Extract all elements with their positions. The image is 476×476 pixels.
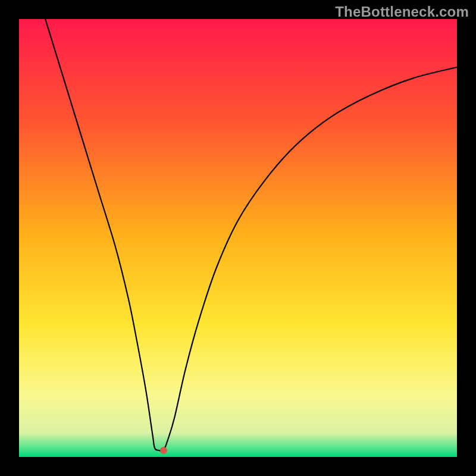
watermark-text: TheBottleneck.com	[335, 4, 469, 20]
chart-frame: TheBottleneck.com	[0, 0, 476, 476]
plot-area	[19, 19, 457, 457]
minimum-marker	[160, 447, 167, 454]
chart-svg	[19, 19, 457, 457]
gradient-background	[19, 19, 457, 457]
